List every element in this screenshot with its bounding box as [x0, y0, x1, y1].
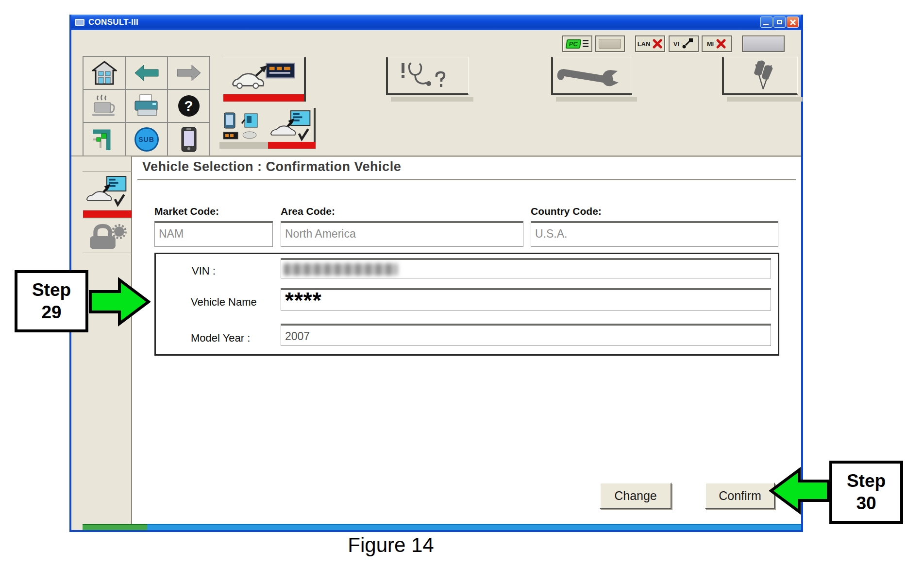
sidebar-divider [83, 171, 132, 172]
change-button[interactable]: Change [600, 483, 672, 509]
tools-tab-icon [556, 62, 629, 89]
vehicle-name-label: Vehicle Name [191, 296, 257, 309]
vehicle-confirm-subtab-icon [269, 110, 313, 143]
forward-arrow-icon [176, 63, 202, 83]
consult-window: CONSULT-III PC LAN VI MI [69, 15, 803, 532]
page-title: Vehicle Selection : Confirmation Vehicle [142, 159, 401, 174]
phone-button[interactable] [168, 122, 210, 156]
coffee-break-button[interactable] [83, 89, 125, 122]
sidebar-item-vehicle-confirm[interactable] [85, 175, 129, 211]
tab-flags[interactable] [722, 57, 798, 95]
sidebar-item-security[interactable] [86, 221, 128, 253]
figure-caption: Figure 14 [296, 534, 486, 557]
tab-tools[interactable] [551, 57, 632, 95]
vi-status-indicator: VI [669, 35, 699, 52]
step-30-callout: Step 30 [829, 461, 903, 524]
market-code-label: Market Code: [154, 206, 219, 217]
exit-route-button[interactable] [83, 122, 125, 156]
title-bar: CONSULT-III [71, 15, 801, 30]
progress-bar-blue [147, 524, 801, 530]
vin-field[interactable] [281, 258, 771, 278]
sidebar-active-underline [83, 210, 132, 218]
tab-shadow [391, 97, 473, 102]
sidebar-divider [83, 253, 132, 253]
mi-error-icon [716, 38, 726, 49]
restore-button[interactable] [773, 17, 786, 28]
close-button[interactable] [787, 17, 799, 28]
vin-redacted-blur [284, 263, 398, 276]
minimize-icon [763, 24, 769, 25]
printer-icon [133, 94, 160, 118]
forward-button[interactable] [168, 56, 210, 89]
area-code-label: Area Code: [281, 206, 335, 217]
step-29-callout: Step 29 [15, 270, 88, 332]
back-arrow-icon [134, 63, 159, 83]
tab-shadow [556, 97, 637, 102]
phone-icon [181, 126, 197, 153]
model-year-field[interactable]: 2007 [281, 324, 771, 346]
exit-route-icon [91, 127, 118, 152]
back-button[interactable] [125, 56, 168, 89]
confirm-button[interactable]: Confirm [705, 483, 775, 509]
vehicle-name-field[interactable]: **** [281, 288, 771, 310]
title-separator [137, 179, 796, 180]
close-icon [789, 18, 797, 26]
tab-shadow [727, 97, 803, 102]
vi-link-icon [681, 38, 694, 50]
vehicle-select-tab-icon [230, 62, 298, 89]
sub-mode-button[interactable]: SUB [125, 122, 168, 156]
market-code-field[interactable]: NAM [154, 221, 273, 247]
tab-diagnosis[interactable] [386, 57, 469, 95]
vin-label: VIN : [192, 265, 216, 277]
page: CONSULT-III PC LAN VI MI [0, 0, 924, 569]
app-icon [75, 19, 84, 26]
home-button[interactable] [83, 56, 125, 89]
pc-connected-icon: PC [566, 39, 582, 49]
subtab-underline-inactive [219, 142, 268, 149]
green-arrow-right-icon [88, 275, 151, 328]
country-code-label: Country Code: [531, 206, 602, 217]
nav-grid: ? SUB [83, 56, 210, 156]
vehicle-details-box: VIN : Vehicle Name **** Model Year : 200… [154, 253, 779, 356]
coffee-icon [91, 94, 118, 118]
blank-indicator-icon [599, 39, 621, 49]
pc-pins-icon [583, 40, 588, 48]
vehicle-confirm-icon [85, 175, 129, 209]
home-icon [92, 61, 117, 85]
lan-status-indicator: LAN [635, 35, 665, 52]
tab-vehicle-selection[interactable] [223, 57, 306, 102]
lan-error-icon [652, 38, 663, 49]
window-title: CONSULT-III [88, 17, 138, 27]
vehicle-name-redacted: **** [285, 295, 771, 305]
help-icon: ? [178, 95, 200, 117]
active-tab-underline [223, 94, 304, 102]
pc-status-indicator: PC [562, 35, 592, 52]
area-code-field[interactable]: North America [281, 221, 523, 247]
subtab-underline-active [268, 142, 316, 149]
status-indicator-blank-right [742, 35, 785, 52]
device-link-subtab-icon [222, 111, 265, 143]
green-arrow-left-icon [769, 466, 830, 516]
sub-icon: SUB [134, 127, 159, 152]
mi-status-indicator: MI [702, 35, 732, 52]
help-button[interactable]: ? [168, 89, 210, 122]
restore-icon [777, 20, 782, 24]
print-button[interactable] [125, 89, 168, 122]
country-code-field[interactable]: U.S.A. [531, 221, 778, 247]
flags-tab-icon [745, 60, 777, 91]
model-year-label: Model Year : [191, 332, 250, 345]
lock-gear-icon [86, 221, 128, 251]
minimize-button[interactable] [760, 17, 773, 28]
status-indicator-empty [595, 35, 625, 52]
progress-bar-green [83, 524, 147, 530]
sidebar-divider [83, 219, 132, 219]
diagnosis-tab-icon [397, 60, 460, 90]
